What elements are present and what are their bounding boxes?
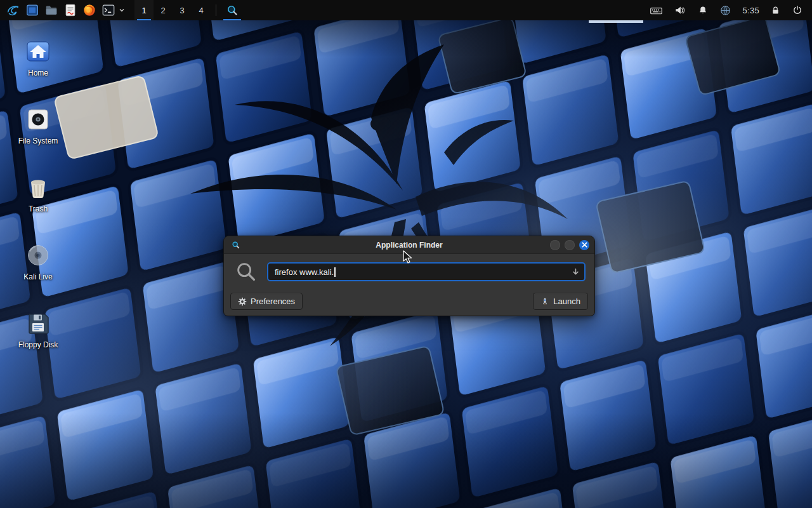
chevron-down-icon[interactable]: [118, 1, 126, 20]
preferences-label: Preferences: [251, 297, 295, 306]
hard-drive-icon: [24, 105, 52, 133]
file-manager-icon: [25, 3, 39, 17]
system-tray: 5:35: [650, 4, 808, 17]
workspace-1[interactable]: 1: [134, 0, 154, 20]
launcher-file-manager[interactable]: [23, 1, 42, 20]
minimize-button[interactable]: [550, 240, 560, 250]
preferences-button[interactable]: Preferences: [230, 293, 303, 310]
kali-menu-button[interactable]: [4, 1, 23, 20]
volume-icon[interactable]: [674, 4, 686, 17]
search-input-value: firefox www.kali.: [275, 267, 334, 277]
application-finder-task-icon: [226, 4, 239, 17]
desktop-icon-label: Home: [8, 69, 69, 77]
desktop-icon-label: File System: [8, 137, 69, 145]
mouse-cursor: [402, 250, 415, 264]
top-panel: 1 2 3 4 5:35: [0, 0, 812, 20]
text-editor-icon: [63, 3, 77, 17]
firefox-icon: [82, 3, 96, 17]
desktop-icon-file-system[interactable]: File System: [8, 103, 69, 145]
maximize-button[interactable]: [565, 240, 575, 250]
trash-icon: [24, 173, 52, 201]
workspace-3[interactable]: 3: [173, 0, 192, 20]
keyboard-icon[interactable]: [650, 4, 663, 17]
launch-button[interactable]: Launch: [533, 293, 588, 310]
clock[interactable]: 5:35: [742, 6, 759, 15]
launcher-text-editor[interactable]: [61, 1, 80, 20]
desktop-icon-floppy-disk[interactable]: Floppy Disk: [8, 307, 69, 349]
notifications-bell-icon[interactable]: [697, 4, 709, 16]
optical-disc-icon: [24, 241, 52, 269]
desktop-icon-trash[interactable]: Trash: [8, 171, 69, 213]
application-finder-window: Application Finder firefox www.kali. Pre…: [223, 236, 595, 316]
history-dropdown-icon[interactable]: [572, 264, 580, 280]
launcher-folder[interactable]: [42, 1, 61, 20]
folder-icon: [44, 3, 58, 17]
launcher-firefox[interactable]: [80, 1, 99, 20]
workspace-switcher: 1 2 3 4: [134, 0, 211, 20]
desktop-icon-label: Trash: [8, 204, 69, 213]
lock-screen-icon[interactable]: [770, 5, 781, 16]
close-button[interactable]: [579, 240, 589, 250]
task-application-finder[interactable]: [221, 0, 243, 20]
workspace-4[interactable]: 4: [192, 0, 211, 20]
close-icon: [582, 242, 587, 248]
desktop-icon-label: Floppy Disk: [8, 340, 69, 349]
window-controls: [550, 240, 589, 250]
power-logout-icon[interactable]: [792, 4, 803, 16]
search-input[interactable]: firefox www.kali.: [267, 262, 586, 281]
launch-rocket-icon: [540, 297, 549, 306]
search-icon: [234, 260, 258, 284]
terminal-icon: [102, 3, 115, 17]
launch-label: Launch: [553, 297, 580, 306]
desktop-icon-kali-live[interactable]: Kali Live: [8, 239, 69, 281]
text-caret: [334, 267, 336, 277]
application-finder-icon: [232, 241, 240, 250]
kali-logo-icon: [6, 3, 20, 17]
desktop-icon-home[interactable]: Home: [8, 35, 69, 77]
dialog-title: Application Finder: [224, 241, 594, 250]
gear-icon: [238, 297, 247, 306]
home-icon: [24, 37, 52, 65]
panel-separator: [216, 4, 216, 16]
launcher-terminal[interactable]: [99, 1, 118, 20]
floppy-disk-icon: [24, 309, 52, 337]
workspace-2[interactable]: 2: [154, 0, 173, 20]
network-globe-icon[interactable]: [719, 4, 731, 17]
desktop-icon-label: Kali Live: [8, 272, 69, 281]
